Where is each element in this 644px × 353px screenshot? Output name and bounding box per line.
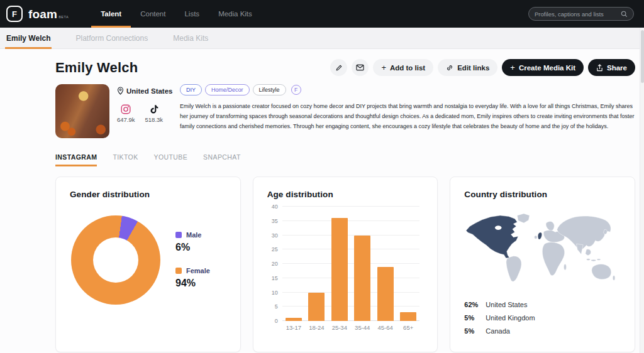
male-value: 6%	[175, 242, 210, 253]
x-tick-label: 45-64	[374, 321, 396, 334]
y-tick-label: 5	[275, 303, 278, 310]
x-tick-label: 65+	[397, 321, 419, 334]
tab-media-kits[interactable]: Media Kits	[172, 28, 209, 49]
nav-item-lists[interactable]: Lists	[175, 0, 209, 28]
platform-tab-snapchat[interactable]: SNAPCHAT	[203, 153, 241, 166]
y-tick-label: 0	[275, 318, 278, 324]
global-search[interactable]	[528, 7, 634, 21]
female-swatch	[175, 268, 182, 274]
gender-card-title: Gender distribution	[70, 190, 226, 199]
page-title: Emily Welch	[55, 60, 138, 76]
x-tick-label: 18-24	[305, 321, 328, 334]
plus-icon: +	[381, 63, 386, 72]
y-tick-label: 10	[272, 290, 278, 296]
male-label: Male	[186, 231, 201, 239]
tab-emily-welch[interactable]: Emily Welch	[5, 28, 52, 49]
edit-links-button[interactable]: Edit links	[438, 59, 497, 76]
pencil-icon	[335, 64, 343, 72]
country-breakdown: 62% United States 5% United Kingdom 5% C…	[464, 298, 621, 337]
instagram-stat[interactable]: 647.9k	[117, 104, 135, 123]
foam-badge: F	[291, 85, 301, 95]
platform-tab-tiktok[interactable]: TIKTOK	[113, 153, 138, 166]
bio-text: Emily Welch is a passionate creator focu…	[180, 101, 635, 131]
tab-platform-connections[interactable]: Platform Connections	[74, 28, 149, 49]
country-row-uk: 5% United Kingdom	[464, 311, 621, 324]
age-bar-13-17	[286, 318, 302, 321]
tiktok-icon	[150, 104, 158, 114]
foam-logo[interactable]: F	[6, 6, 23, 22]
country-card-title: Country distribution	[464, 190, 621, 199]
female-label: Female	[186, 267, 210, 274]
location-label: United States	[126, 87, 173, 95]
age-card-title: Age distribution	[267, 190, 424, 199]
y-tick-label: 30	[272, 232, 278, 239]
tiktok-followers: 518.3k	[145, 116, 164, 123]
x-tick-label: 35-44	[351, 321, 374, 334]
plus-icon: +	[510, 63, 515, 72]
age-chart-yaxis: 0510152025303540	[267, 207, 282, 321]
edit-button[interactable]	[330, 59, 347, 76]
gender-legend: Male 6% Female 94%	[175, 231, 210, 289]
page-scrollbar[interactable]	[640, 28, 644, 353]
scrollbar-thumb[interactable]	[641, 30, 644, 83]
country-distribution-card: Country distribution	[450, 176, 635, 352]
nav-item-content[interactable]: Content	[131, 0, 175, 28]
profile-sub-nav: Emily Welch Platform Connections Media K…	[0, 28, 644, 49]
platform-tab-youtube[interactable]: YOUTUBE	[154, 153, 188, 166]
tag-diy[interactable]: DIY	[180, 84, 202, 95]
instagram-icon	[121, 104, 131, 114]
create-media-kit-button[interactable]: + Create Media Kit	[502, 59, 584, 76]
y-tick-label: 15	[272, 275, 278, 281]
country-name: United States	[486, 301, 527, 308]
analytics-cards: Gender distribution Male 6% Femal	[55, 176, 635, 352]
add-to-list-button[interactable]: + Add to list	[373, 59, 433, 76]
platform-tabs: INSTAGRAM TIKTOK YOUTUBE SNAPCHAT	[55, 153, 635, 166]
message-button[interactable]	[352, 59, 369, 76]
profile-header: Emily Welch + Add to list Edit link	[55, 59, 635, 76]
age-bar-65+	[400, 312, 416, 321]
tags-row: DIY Home/Decor Lifestyle F	[180, 84, 635, 95]
gender-distribution-card: Gender distribution Male 6% Femal	[55, 176, 241, 352]
country-pct: 62%	[464, 301, 486, 308]
country-pct: 5%	[464, 314, 486, 322]
legend-female: Female 94%	[175, 267, 210, 289]
country-pct: 5%	[464, 327, 486, 335]
x-tick-label: 25-34	[328, 321, 351, 334]
age-bar-25-34	[331, 218, 348, 321]
brand[interactable]: foam BETA	[28, 8, 69, 20]
share-icon	[596, 64, 603, 72]
y-tick-label: 35	[272, 218, 278, 224]
female-value: 94%	[175, 278, 210, 289]
foam-logo-letter: F	[12, 9, 17, 19]
gender-chart-body: Male 6% Female 94%	[70, 215, 226, 305]
search-input[interactable]	[535, 11, 621, 18]
tag-home-decor[interactable]: Home/Decor	[205, 84, 250, 95]
social-stats: 647.9k 518.3k	[117, 104, 177, 123]
country-name: United Kingdom	[486, 314, 535, 322]
link-icon	[446, 64, 453, 72]
nav-item-media-kits[interactable]: Media Kits	[209, 0, 262, 28]
age-chart-plot	[282, 207, 424, 321]
nav-item-talent[interactable]: Talent	[91, 0, 131, 28]
instagram-followers: 647.9k	[117, 116, 135, 123]
location-pin-icon	[117, 87, 124, 95]
y-tick-label: 25	[272, 246, 278, 253]
profile-meta: United States 647.9k 518.3k	[117, 84, 177, 138]
country-row-us: 62% United States	[464, 298, 621, 311]
country-row-canada: 5% Canada	[464, 324, 621, 337]
location: United States	[117, 87, 177, 95]
age-chart: 0510152025303540 13-1718-2425-3435-4445-…	[267, 207, 424, 334]
y-tick-label: 20	[272, 261, 278, 267]
profile-details: DIY Home/Decor Lifestyle F Emily Welch i…	[180, 84, 635, 138]
tag-lifestyle[interactable]: Lifestyle	[253, 84, 286, 95]
share-button[interactable]: Share	[588, 59, 635, 76]
search-icon[interactable]	[621, 11, 628, 18]
tiktok-stat[interactable]: 518.3k	[145, 104, 164, 123]
age-bar-18-24	[308, 293, 325, 322]
envelope-icon	[356, 64, 364, 71]
platform-tab-instagram[interactable]: INSTAGRAM	[55, 153, 97, 166]
main-content: Emily Welch + Add to list Edit link	[0, 49, 644, 352]
legend-male: Male 6%	[175, 231, 210, 253]
age-distribution-card: Age distribution 0510152025303540 13-171…	[253, 176, 438, 352]
gender-donut-chart	[71, 215, 160, 305]
